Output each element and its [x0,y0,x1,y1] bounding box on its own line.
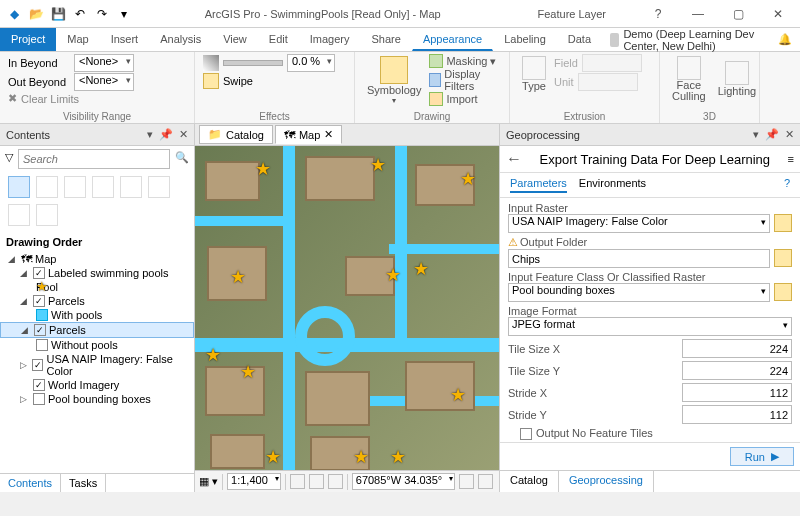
pause-drawing-icon[interactable] [459,474,474,489]
view-tab-catalog[interactable]: 📁Catalog [199,125,273,144]
search-icon[interactable]: 🔍 [173,149,191,169]
input-raster-select[interactable]: USA NAIP Imagery: False Color [508,214,770,233]
symbol-with-pools[interactable]: With pools [0,308,194,322]
undo-icon[interactable]: ↶ [70,4,90,24]
swipe-button[interactable]: Swipe [203,73,346,89]
more-icon[interactable]: ▾ [114,4,134,24]
browse-icon[interactable] [774,214,792,232]
transparency-value[interactable]: 0.0 % [287,54,335,72]
layer-bounding-boxes[interactable]: ▷Pool bounding boxes [0,392,194,406]
browse-icon[interactable] [774,283,792,301]
options-icon[interactable]: ▾ [753,128,759,141]
back-button[interactable]: ← [506,150,522,168]
symbology-button[interactable]: Symbology▾ [363,54,425,107]
no-feature-checkbox[interactable] [520,428,532,440]
notifications-icon[interactable]: 🔔 [778,33,792,46]
footer-tab-catalog[interactable]: Catalog [500,471,559,492]
layer-world-imagery[interactable]: ▷✓World Imagery [0,378,194,392]
checkbox[interactable]: ✓ [33,295,45,307]
stride-y-input[interactable] [682,405,792,424]
tab-map[interactable]: Map [56,28,99,51]
close-pane-icon[interactable]: ✕ [785,128,794,141]
list-by-selection-icon[interactable] [64,176,86,198]
layer-parcels-group[interactable]: ◢✓Parcels [0,294,194,308]
new-project-icon[interactable]: ◆ [4,4,24,24]
tool-menu-icon[interactable]: ≡ [788,153,794,165]
tab-data[interactable]: Data [557,28,602,51]
out-beyond-combo[interactable]: <None> [74,73,134,91]
search-input[interactable] [18,149,170,169]
close-pane-icon[interactable]: ✕ [179,128,188,141]
input-fc-select[interactable]: Pool bounding boxes [508,283,770,302]
tab-appearance[interactable]: Appearance [412,28,493,51]
zoom-tool-icon[interactable] [290,474,305,489]
bottom-tab-tasks[interactable]: Tasks [61,474,106,492]
in-beyond-combo[interactable]: <None> [74,54,134,72]
tab-labeling[interactable]: Labeling [493,28,557,51]
tile-size-x-input[interactable] [682,339,792,358]
account-menu[interactable]: Demo (Deep Learning Dev Center, New Delh… [602,28,800,51]
clear-limits-button[interactable]: ✖Clear Limits [8,92,186,105]
checkbox[interactable] [33,393,45,405]
bottom-tab-contents[interactable]: Contents [0,474,61,492]
options-icon[interactable]: ▾ [147,128,153,141]
tab-project[interactable]: Project [0,28,56,51]
close-button[interactable]: ✕ [764,7,792,21]
filter-icon[interactable]: ▽ [3,149,15,169]
layer-labeled-pools[interactable]: ◢✓Labeled swimming pools [0,266,194,280]
maximize-button[interactable]: ▢ [724,7,752,21]
tile-size-y-input[interactable] [682,361,792,380]
open-icon[interactable]: 📂 [26,4,46,24]
checkbox[interactable]: ✓ [33,379,45,391]
save-icon[interactable]: 💾 [48,4,68,24]
transparency-icon[interactable] [203,55,219,71]
scale-combo[interactable]: 1:1,400 [227,473,281,490]
list-by-perspective-icon[interactable] [36,204,58,226]
footer-tab-geoprocessing[interactable]: Geoprocessing [559,471,654,492]
image-format-select[interactable]: JPEG format [508,317,792,336]
layer-naip[interactable]: ▷✓USA NAIP Imagery: False Color [0,352,194,378]
tab-insert[interactable]: Insert [100,28,150,51]
coords-display[interactable]: 67085°W 34.035° [352,473,455,490]
view-tab-map[interactable]: 🗺Map✕ [275,125,342,144]
stride-x-input[interactable] [682,383,792,402]
import-button[interactable]: Import [429,92,501,106]
tab-analysis[interactable]: Analysis [149,28,212,51]
tab-imagery[interactable]: Imagery [299,28,361,51]
tab-view[interactable]: View [212,28,258,51]
autohide-icon[interactable]: 📌 [159,128,173,141]
selection-icon[interactable]: ▦ ▾ [199,475,218,488]
layer-parcels[interactable]: ◢✓Parcels [0,322,194,338]
list-by-snapping-icon[interactable] [120,176,142,198]
transparency-slider[interactable] [223,60,283,66]
list-by-editing-icon[interactable] [92,176,114,198]
close-view-icon[interactable]: ✕ [324,128,333,141]
minimize-button[interactable]: — [684,7,712,21]
tab-parameters[interactable]: Parameters [510,177,567,193]
refresh-icon[interactable] [478,474,493,489]
tab-share[interactable]: Share [361,28,412,51]
list-by-source-icon[interactable] [36,176,58,198]
symbol-pool[interactable]: ★Pool [0,280,194,294]
masking-button[interactable]: Masking ▾ [429,54,501,68]
list-by-drawing-icon[interactable] [8,176,30,198]
output-folder-input[interactable] [508,249,770,268]
symbol-without-pools[interactable]: Without pools [0,338,194,352]
map-canvas[interactable]: ★ ★ ★ ★ ★ ★ ★ ★ ★ ★ ★ ★ [195,146,499,470]
map-node[interactable]: ◢🗺Map [0,252,194,266]
grid-icon[interactable] [328,474,343,489]
help-button[interactable]: ? [644,7,672,21]
run-button[interactable]: Run▶ [730,447,794,466]
display-filters-button[interactable]: Display Filters [429,68,501,92]
browse-icon[interactable] [774,249,792,267]
checkbox[interactable]: ✓ [33,267,45,279]
list-by-labeling-icon[interactable] [148,176,170,198]
checkbox[interactable]: ✓ [34,324,46,336]
tab-environments[interactable]: Environments [579,177,646,193]
tab-edit[interactable]: Edit [258,28,299,51]
checkbox[interactable]: ✓ [32,359,43,371]
autohide-icon[interactable]: 📌 [765,128,779,141]
list-by-chart-icon[interactable] [8,204,30,226]
tool-help-icon[interactable]: ? [784,177,790,193]
redo-icon[interactable]: ↷ [92,4,112,24]
